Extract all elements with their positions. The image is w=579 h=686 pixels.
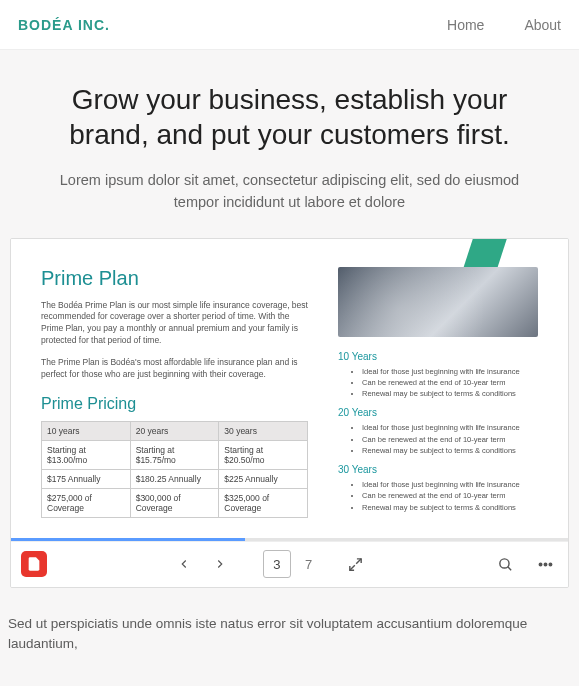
svg-line-1	[356, 559, 361, 564]
plan-paragraph-2: The Prime Plan is Bodéa's most affordabl…	[41, 357, 308, 381]
progress-fill	[11, 538, 245, 541]
svg-line-0	[349, 565, 354, 570]
pricing-heading: Prime Pricing	[41, 395, 308, 413]
svg-point-4	[539, 563, 542, 566]
current-page-input[interactable]: 3	[263, 550, 291, 578]
scroll-progress[interactable]	[11, 538, 568, 541]
bullet: Can be renewed at the end of 10-year ter…	[362, 434, 538, 445]
td: $180.25 Annually	[130, 469, 219, 488]
brand-logo: BODÉA INC.	[18, 17, 110, 33]
pdf-viewer: Prime Plan The Bodéa Prime Plan is our m…	[10, 238, 569, 588]
bullets-30: Ideal for those just beginning with life…	[338, 479, 538, 513]
below-viewer-paragraph: Sed ut perspiciatis unde omnis iste natu…	[0, 588, 579, 655]
th-1: 20 years	[130, 421, 219, 440]
td: $275,000 of Coverage	[42, 488, 131, 517]
th-2: 30 years	[219, 421, 308, 440]
td: $325,000 of Coverage	[219, 488, 308, 517]
bullet: Can be renewed at the end of 10-year ter…	[362, 377, 538, 388]
td: $300,000 of Coverage	[130, 488, 219, 517]
hero-subtitle: Lorem ipsum dolor sit amet, consectetur …	[38, 170, 541, 214]
bullet: Ideal for those just beginning with life…	[362, 479, 538, 490]
fullscreen-button[interactable]	[342, 551, 368, 577]
bullets-10: Ideal for those just beginning with life…	[338, 366, 538, 400]
section-title-10: 10 Years	[338, 351, 538, 362]
plan-heading: Prime Plan	[41, 267, 308, 290]
prev-page-button[interactable]	[171, 551, 197, 577]
primary-nav: Home About	[447, 17, 561, 33]
nav-home[interactable]: Home	[447, 17, 484, 33]
hero: Grow your business, establish your brand…	[0, 50, 579, 238]
search-button[interactable]	[492, 551, 518, 577]
pdf-toolbar: 3 7	[11, 541, 568, 587]
td: Starting at $15.75/mo	[130, 440, 219, 469]
hero-title: Grow your business, establish your brand…	[38, 82, 541, 152]
plan-photo	[338, 267, 538, 337]
adobe-pdf-icon[interactable]	[21, 551, 47, 577]
bullet: Ideal for those just beginning with life…	[362, 422, 538, 433]
section-title-30: 30 Years	[338, 464, 538, 475]
svg-line-3	[507, 567, 510, 570]
td: $225 Annually	[219, 469, 308, 488]
td: Starting at $20.50/mo	[219, 440, 308, 469]
svg-point-6	[549, 563, 552, 566]
more-options-button[interactable]	[532, 551, 558, 577]
svg-point-5	[544, 563, 547, 566]
topbar: BODÉA INC. Home About	[0, 0, 579, 50]
bullets-20: Ideal for those just beginning with life…	[338, 422, 538, 456]
plan-paragraph-1: The Bodéa Prime Plan is our most simple …	[41, 300, 308, 348]
pricing-table: 10 years 20 years 30 years Starting at $…	[41, 421, 308, 518]
td: $175 Annually	[42, 469, 131, 488]
pdf-page[interactable]: Prime Plan The Bodéa Prime Plan is our m…	[11, 239, 568, 538]
bullet: Renewal may be subject to terms & condit…	[362, 445, 538, 456]
bullet: Renewal may be subject to terms & condit…	[362, 502, 538, 513]
total-pages: 7	[301, 557, 312, 572]
bullet: Can be renewed at the end of 10-year ter…	[362, 490, 538, 501]
th-0: 10 years	[42, 421, 131, 440]
bullet: Renewal may be subject to terms & condit…	[362, 388, 538, 399]
nav-about[interactable]: About	[524, 17, 561, 33]
section-title-20: 20 Years	[338, 407, 538, 418]
svg-point-2	[499, 559, 508, 568]
td: Starting at $13.00/mo	[42, 440, 131, 469]
next-page-button[interactable]	[207, 551, 233, 577]
bullet: Ideal for those just beginning with life…	[362, 366, 538, 377]
